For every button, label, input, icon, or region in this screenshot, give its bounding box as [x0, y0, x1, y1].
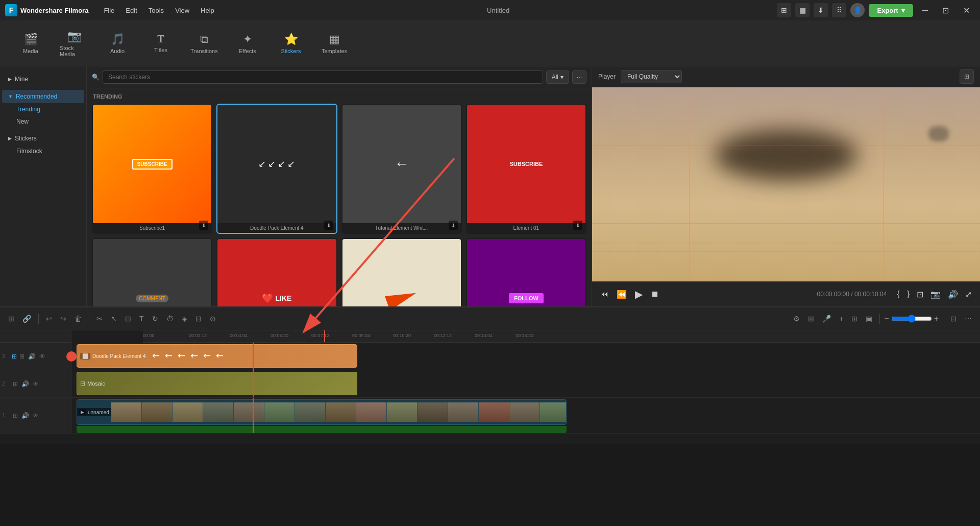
- sticker-subscribe1[interactable]: SUBSCRIBE Subscribe1 ⬇: [92, 104, 212, 234]
- frame-back-button[interactable]: ⏪: [615, 288, 629, 301]
- track-mosaic-eye[interactable]: 👁: [32, 379, 40, 389]
- sticker-clip[interactable]: ⬜ Doodle Pack Element 4 ↗ ↗ ↗ ↗ ↗ ↗: [77, 344, 357, 368]
- filmstock-item[interactable]: Filmstock: [2, 145, 84, 157]
- record-button[interactable]: 🎤: [819, 313, 834, 325]
- volume-button[interactable]: 🔊: [946, 288, 960, 301]
- apps-icon[interactable]: ⠿: [832, 3, 846, 17]
- track-video-eye[interactable]: 👁: [32, 411, 40, 420]
- mosaic-button[interactable]: ⊞: [848, 313, 861, 325]
- track-video-audio[interactable]: 🔊: [20, 411, 30, 420]
- track-video-copy[interactable]: ⊞: [12, 411, 19, 420]
- zoom-in-button[interactable]: +: [934, 314, 939, 323]
- snap-icon[interactable]: ⊞: [777, 3, 791, 17]
- sticker-element01[interactable]: SUBSCRIBE Element 01 ⬇: [466, 104, 586, 234]
- toolbar-stickers[interactable]: ⭐ Stickers: [271, 29, 311, 58]
- track-num-mosaic: 2: [2, 381, 10, 387]
- redo-button[interactable]: ↪: [57, 313, 69, 325]
- menu-tools[interactable]: Tools: [143, 5, 169, 16]
- tutorial-white-download-icon[interactable]: ⬇: [449, 221, 458, 230]
- stickers-header[interactable]: ▶ Stickers: [2, 132, 84, 145]
- stickers-grid-items: SUBSCRIBE Subscribe1 ⬇ ↙ ↙ ↙ ↙ Doodle: [92, 104, 586, 306]
- track-sticker-audio[interactable]: 🔊: [27, 352, 37, 361]
- menu-view[interactable]: View: [170, 5, 194, 16]
- view-toggle-button[interactable]: ⊟: [947, 313, 960, 325]
- sticker-element02[interactable]: ❤️ LIKE Element 02 ⬇: [216, 238, 337, 306]
- mark-in-button[interactable]: {: [895, 288, 901, 301]
- menu-file[interactable]: File: [99, 5, 119, 16]
- filter-button[interactable]: All ▾: [546, 70, 569, 84]
- mosaic-clip[interactable]: ⊟ Mosaic: [77, 372, 357, 395]
- more-options-button[interactable]: ···: [572, 70, 586, 84]
- snapshot-button[interactable]: 📷: [928, 288, 943, 301]
- subscribe1-download-icon[interactable]: ⬇: [199, 221, 208, 230]
- cut-clip-button[interactable]: ⊞: [805, 313, 817, 325]
- track-mosaic-copy[interactable]: ⊞: [12, 379, 19, 389]
- minimize-button[interactable]: ─: [917, 4, 933, 17]
- user-icon[interactable]: 👤: [850, 3, 865, 17]
- video-clip[interactable]: ▶ unnamed: [77, 399, 567, 425]
- add-track-button[interactable]: +: [836, 313, 846, 325]
- stickers-grid: TRENDING SUBSCRIBE Subscribe1 ⬇ ↙ ↙ ↙: [87, 88, 592, 306]
- cut-button[interactable]: ✂: [93, 313, 106, 325]
- sticker-doodle4[interactable]: ↙ ↙ ↙ ↙ Doodle Pack Element 4 ⬇: [216, 104, 337, 234]
- mine-header[interactable]: ▶ Mine: [2, 73, 84, 86]
- track-sticker-eye[interactable]: 👁: [38, 352, 46, 361]
- mark-out-button[interactable]: }: [905, 288, 912, 301]
- sticker-element20[interactable]: FOLLOW Element 20 ⬇: [466, 238, 586, 306]
- fit-button[interactable]: ⊡: [915, 288, 925, 301]
- timeline-tracks: 00:00 00:02:12 00:04:04 00:05:20 00:07:1…: [0, 330, 980, 444]
- search-input[interactable]: [103, 70, 543, 84]
- toolbar-effects[interactable]: ✦ Effects: [227, 29, 268, 58]
- add-media-button[interactable]: ⊞: [5, 313, 17, 325]
- track-sticker-copy[interactable]: ⊞: [18, 352, 26, 361]
- zoom-slider[interactable]: [891, 315, 932, 323]
- close-button[interactable]: ✕: [958, 4, 975, 17]
- time-separator: /: [851, 291, 854, 298]
- stop-button[interactable]: ⏹: [649, 288, 661, 301]
- text-button[interactable]: T: [136, 313, 147, 325]
- toolbar-titles[interactable]: T Titles: [140, 29, 181, 57]
- toolbar-templates[interactable]: ▦ Templates: [314, 29, 355, 58]
- track-mosaic-audio[interactable]: 🔊: [20, 379, 30, 389]
- speed-button[interactable]: ⏱: [163, 313, 177, 325]
- toolbar-media[interactable]: 🎬 Media: [10, 29, 51, 58]
- sticker-tutorial-white[interactable]: ← Tutorial Element Whit... ⬇: [341, 104, 462, 234]
- download-icon[interactable]: ⬇: [814, 3, 828, 17]
- more-tl-button[interactable]: ⊙: [207, 313, 219, 325]
- sticker-golf[interactable]: Golf Sports Game Pac... ⬇: [341, 238, 462, 306]
- link-button[interactable]: 🔗: [19, 313, 34, 325]
- rotate-button[interactable]: ↻: [149, 313, 161, 325]
- zoom-out-button[interactable]: −: [884, 314, 889, 323]
- color-button[interactable]: ◈: [179, 313, 190, 325]
- toolbar-transitions[interactable]: ⧉ Transitions: [184, 29, 225, 58]
- adjust-button[interactable]: ⊟: [192, 313, 205, 325]
- crop-button[interactable]: ⊡: [122, 313, 134, 325]
- toolbar-stock-media[interactable]: 📷 Stock Media: [54, 26, 94, 61]
- play-button[interactable]: ▶: [633, 286, 645, 302]
- more-view-button[interactable]: ⋯: [962, 313, 975, 325]
- delete-button[interactable]: 🗑: [71, 313, 85, 325]
- doodle4-download-icon[interactable]: ⬇: [324, 221, 333, 230]
- layout-icon[interactable]: ▦: [795, 3, 810, 17]
- doodle4-thumb: ↙ ↙ ↙ ↙: [217, 105, 336, 223]
- skip-back-button[interactable]: ⏮: [598, 288, 610, 301]
- new-item[interactable]: New: [2, 115, 84, 128]
- title-bar: F Wondershare Filmora File Edit Tools Vi…: [0, 0, 980, 20]
- player-expand-button[interactable]: ⊞: [960, 69, 974, 84]
- recommended-header[interactable]: ▼ Recommended: [2, 90, 84, 103]
- ruler-tick-7: 00:12:12: [434, 333, 452, 338]
- fullscreen-button[interactable]: ⤢: [963, 288, 974, 301]
- trending-item[interactable]: Trending: [2, 103, 84, 115]
- element01-download-icon[interactable]: ⬇: [573, 221, 582, 230]
- stamp-button[interactable]: ▣: [863, 313, 875, 325]
- maximize-button[interactable]: ⊡: [937, 4, 954, 17]
- undo-button[interactable]: ↩: [43, 313, 55, 325]
- quality-select[interactable]: Full Quality Half Quality Quarter Qualit…: [621, 70, 682, 83]
- toolbar-audio[interactable]: 🎵 Audio: [97, 29, 138, 58]
- export-button[interactable]: Export ▾: [869, 4, 913, 17]
- menu-help[interactable]: Help: [195, 5, 219, 16]
- sticker-comment1[interactable]: COMMENT Comment1 ⬇: [92, 238, 212, 306]
- settings-tl-button[interactable]: ⚙: [790, 313, 803, 325]
- menu-edit[interactable]: Edit: [120, 5, 142, 16]
- select-button[interactable]: ↖: [108, 313, 120, 325]
